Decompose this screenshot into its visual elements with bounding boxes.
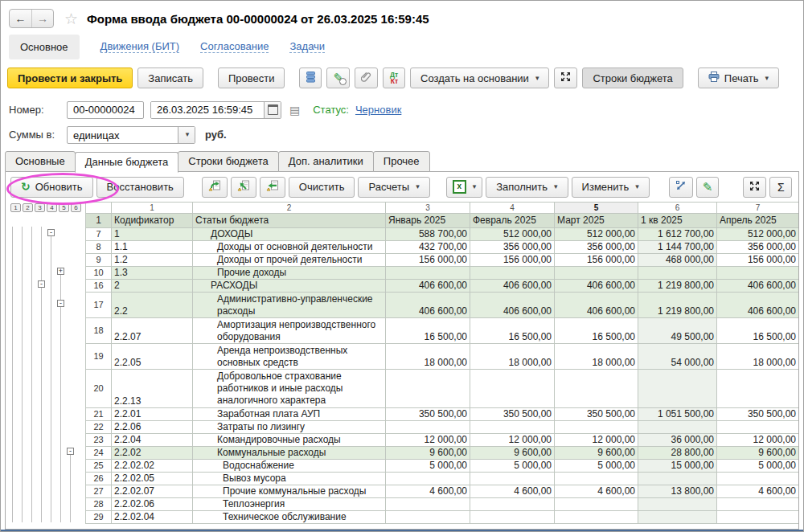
row-number[interactable]: 7 [86, 228, 112, 241]
cell-value[interactable] [470, 267, 555, 280]
calculations-button[interactable]: Расчеты ▾ [358, 177, 429, 198]
cell-value[interactable] [555, 267, 638, 280]
favorite-star-icon[interactable]: ☆ [64, 10, 78, 28]
cell-value[interactable]: 54 000,00 [638, 344, 717, 370]
row-number[interactable]: 1 [86, 214, 112, 228]
nav-tab-tasks[interactable]: Задачи [289, 40, 325, 53]
fullscreen-button[interactable] [554, 68, 577, 88]
cell-value[interactable] [717, 473, 799, 485]
cell-article[interactable]: Заработная плата АУП [193, 408, 386, 421]
cell-value[interactable]: 4 600,00 [717, 485, 799, 498]
group-level-button[interactable]: 6 [71, 203, 81, 212]
cell-value[interactable]: 406 600,00 [386, 293, 470, 318]
cell-article[interactable]: Прочие доходы [193, 267, 386, 280]
column-number-header[interactable]: 3 [386, 203, 470, 214]
cell-value[interactable]: 4 600,00 [555, 485, 638, 498]
cell-value[interactable]: 4 600,00 [470, 485, 555, 498]
cell-value[interactable]: 406 600,00 [717, 293, 799, 318]
cell-value[interactable] [386, 370, 470, 408]
cell-value[interactable] [386, 511, 470, 524]
tab-budget-data[interactable]: Данные бюджета [75, 152, 179, 173]
cell-value[interactable] [717, 267, 799, 280]
cell-value[interactable]: 4 600,00 [386, 485, 470, 498]
cell-value[interactable]: 468 000,00 [638, 254, 717, 267]
cell-value[interactable] [386, 267, 470, 280]
tab-main-data[interactable]: Основные [5, 151, 76, 172]
cell-value[interactable] [555, 370, 638, 408]
cell-value[interactable]: 156 000,00 [386, 254, 470, 267]
column-number-header[interactable]: 7 [717, 203, 799, 214]
group-level-button[interactable]: 5 [59, 203, 69, 212]
totals-sum-button[interactable]: Σ [769, 177, 792, 198]
tree-expander-collapse[interactable]: - [47, 229, 55, 236]
cell-codifier[interactable]: 2.2.05 [112, 344, 193, 370]
cell-value[interactable]: 5 000,00 [717, 460, 799, 473]
group-level-button[interactable]: 4 [47, 203, 57, 212]
cell-value[interactable]: 1 144 700,00 [638, 241, 717, 254]
cell-value[interactable]: 36 000,00 [638, 434, 717, 447]
cell-value[interactable]: 12 000,00 [470, 434, 555, 447]
cell-value[interactable]: 1 219 800,00 [638, 293, 717, 318]
cell-codifier[interactable]: 2.2 [112, 293, 193, 318]
cell-value[interactable]: 1 219 800,00 [638, 280, 717, 293]
cell-codifier[interactable]: 2.2.02.02 [112, 460, 193, 473]
cell-article[interactable]: Аренда непроизводственных основных средс… [193, 344, 386, 370]
group-level-button[interactable]: 3 [35, 203, 45, 212]
column-header[interactable]: Январь 2025 [386, 214, 470, 228]
row-number[interactable]: 20 [86, 370, 112, 408]
attachments-button[interactable] [355, 68, 378, 88]
cell-article[interactable]: Коммунальные расходы [193, 447, 386, 460]
units-select[interactable]: единицах ▾ [67, 126, 195, 144]
cell-value[interactable]: 5 000,00 [386, 460, 470, 473]
row-number[interactable]: 10 [86, 267, 112, 280]
cell-article[interactable]: Доходы от основной деятельности [193, 241, 386, 254]
cell-value[interactable]: 406 600,00 [717, 280, 799, 293]
tab-extra-analytics[interactable]: Доп. аналитики [278, 151, 374, 172]
cell-article[interactable]: Амортизация непроизводственного оборудов… [193, 318, 386, 344]
cell-value[interactable]: 156 000,00 [555, 254, 638, 267]
cell-value[interactable]: 18 000,00 [717, 344, 799, 370]
cell-value[interactable]: 16 500,00 [470, 318, 555, 344]
cell-codifier[interactable]: 2.2.06 [112, 421, 193, 434]
cell-value[interactable]: 432 700,00 [386, 241, 470, 254]
cell-value[interactable] [470, 473, 555, 485]
cell-value[interactable]: 356 000,00 [717, 241, 799, 254]
cell-codifier[interactable]: 2.2.02.06 [112, 498, 193, 511]
cell-value[interactable]: 28 800,00 [638, 447, 717, 460]
print-button[interactable]: Печать ▾ [698, 68, 779, 88]
cell-value[interactable]: 350 500,00 [386, 408, 470, 421]
column-number-header[interactable]: 1 [112, 203, 193, 214]
nav-tab-approval[interactable]: Согласование [200, 40, 269, 53]
cell-codifier[interactable]: 2.2.02.07 [112, 485, 193, 498]
cell-article[interactable]: Теплоэнергия [193, 498, 386, 511]
cell-value[interactable] [717, 511, 799, 524]
cell-article[interactable]: Административно-управленческие расходы [193, 293, 386, 318]
cell-value[interactable]: 5 000,00 [555, 460, 638, 473]
cell-codifier[interactable]: 1.3 [112, 267, 193, 280]
cell-value[interactable] [386, 421, 470, 434]
back-button[interactable]: ← [10, 10, 31, 27]
cell-value[interactable] [555, 473, 638, 485]
row-number[interactable]: 23 [86, 434, 112, 447]
column-number-header[interactable]: 6 [638, 203, 717, 214]
import-document-button[interactable] [231, 177, 256, 198]
cell-value[interactable] [717, 370, 799, 408]
forward-button[interactable]: → [31, 10, 53, 27]
cell-value[interactable] [717, 421, 799, 434]
cell-value[interactable]: 18 000,00 [555, 344, 638, 370]
cell-codifier[interactable]: 2.2.02.04 [112, 511, 193, 524]
restore-button[interactable]: Восстановить [96, 177, 184, 198]
tree-expander-expand[interactable]: + [57, 268, 64, 275]
cell-article[interactable]: РАСХОДЫ [193, 280, 386, 293]
cell-value[interactable]: 406 600,00 [555, 293, 638, 318]
cell-codifier[interactable]: 1.1 [112, 241, 193, 254]
edit-cell-button[interactable]: ✎ [696, 177, 720, 198]
clear-button[interactable]: Очистить [289, 177, 355, 198]
cell-value[interactable] [470, 421, 555, 434]
transpose-button[interactable] [669, 177, 693, 198]
cell-value[interactable]: 512 000,00 [470, 228, 555, 241]
cell-value[interactable]: 12 000,00 [555, 434, 638, 447]
cell-value[interactable]: 9 600,00 [717, 447, 799, 460]
calendar-button[interactable] [264, 102, 281, 118]
cell-value[interactable]: 356 000,00 [555, 241, 638, 254]
